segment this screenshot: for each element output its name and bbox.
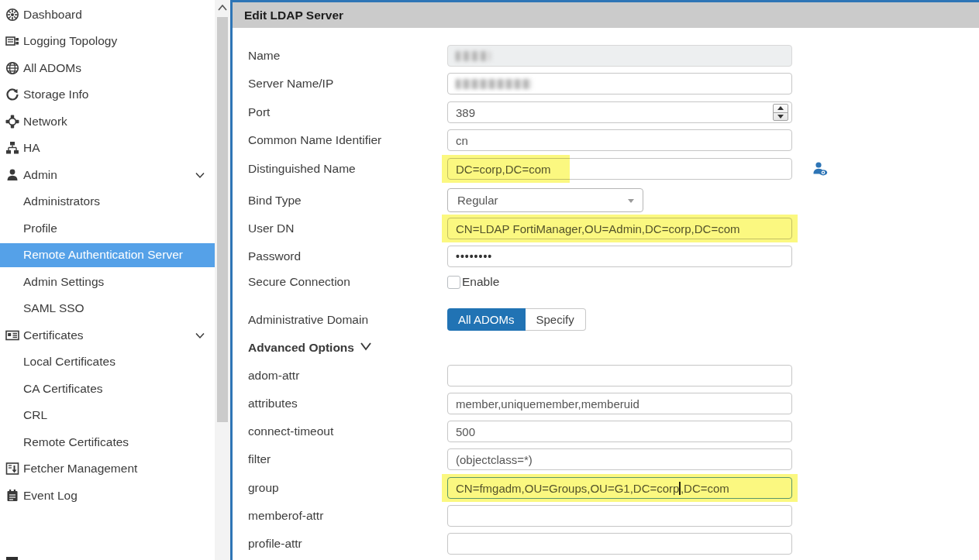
sidebar-item-dashboard[interactable]: Dashboard (0, 2, 215, 26)
logging-topology-icon (5, 34, 19, 48)
form-row-attributes: attributes member,uniquemember,memberuid (248, 393, 792, 414)
scrollbar-thumb[interactable] (217, 17, 228, 422)
sidebar-item-label: Profile (23, 222, 57, 235)
partially-visible-sidebar-item (6, 557, 18, 560)
redacted-value (456, 79, 532, 89)
sidebar-item-event-log[interactable]: Event Log (0, 483, 215, 507)
user-lookup-icon[interactable] (812, 160, 829, 177)
input-value: CN=LDAP FortiManager,OU=Admin,DC=corp,DC… (456, 222, 740, 235)
form-row-administrative-domain: Administrative DomainAll ADOMsSpecify (248, 308, 586, 331)
sidebar-item-admin[interactable]: Admin (0, 163, 215, 187)
sidebar-item-ca-certificates[interactable]: CA Certificates (0, 376, 215, 400)
sidebar-item-local-certificates[interactable]: Local Certificates (0, 350, 215, 374)
sidebar-item-label: CRL (23, 408, 47, 422)
password-input[interactable]: •••••••• (447, 246, 792, 267)
distinguished-name-input[interactable]: DC=corp,DC=com (447, 158, 792, 180)
sidebar-item-network[interactable]: Network (0, 109, 215, 133)
sidebar-item-label: All ADOMs (23, 61, 81, 75)
field-label: User DN (248, 222, 447, 235)
sidebar-item-saml-sso[interactable]: SAML SSO (0, 297, 215, 321)
adom-attr-input[interactable] (447, 365, 792, 387)
admin-user-icon (5, 168, 19, 182)
field-label: attributes (248, 397, 447, 411)
sidebar-item-label: Event Log (23, 489, 78, 503)
sidebar-item-storage-info[interactable]: Storage Info (0, 83, 215, 107)
sidebar-item-label: Admin Settings (23, 275, 104, 289)
sidebar-item-admin-settings[interactable]: Admin Settings (0, 270, 215, 294)
common-name-identifier-input[interactable]: cn (447, 129, 792, 151)
sidebar-item-certificates[interactable]: Certificates (0, 323, 215, 347)
input-value: 500 (456, 425, 475, 438)
profile-attr-input[interactable] (447, 533, 792, 555)
form-row-filter: filter (objectclass=*) (248, 448, 792, 470)
select-value: Regular (457, 194, 498, 207)
sidebar-item-label: Certificates (23, 328, 84, 342)
secure-connection-checkbox[interactable] (447, 276, 460, 289)
sidebar-item-logging-topology[interactable]: Logging Topology (0, 29, 215, 53)
filter-input[interactable]: (objectclass=*) (447, 448, 792, 470)
field-label: adom-attr (248, 369, 447, 383)
server-name-ip-input[interactable] (447, 73, 792, 94)
checkbox-label: Enable (462, 275, 499, 289)
field-label: Port (248, 105, 447, 119)
advanced-options-toggle[interactable]: Advanced Options (248, 341, 372, 355)
input-value: DC=corp,DC=com (456, 163, 551, 176)
user-dn-input[interactable]: CN=LDAP FortiManager,OU=Admin,DC=corp,DC… (447, 218, 792, 239)
chevron-down-icon[interactable] (195, 170, 205, 180)
form-row-connect-timeout: connect-timeout 500 (248, 421, 792, 442)
spinner-down-icon[interactable] (774, 113, 788, 121)
sidebar-item-all-adoms[interactable]: All ADOMs (0, 56, 215, 80)
field-label: Distinguished Name (248, 162, 447, 176)
field-label: connect-timeout (248, 424, 447, 438)
sidebar-item-profile[interactable]: Profile (0, 216, 215, 240)
section-chevron-down-icon (354, 341, 372, 355)
certificates-icon (5, 328, 19, 342)
sidebar-item-label: SAML SSO (23, 301, 84, 315)
form-row-port: Port 389 (248, 101, 792, 123)
connect-timeout-input[interactable]: 500 (447, 421, 792, 442)
ldap-server-form: Name Server Name/IP Port 389Common Name … (233, 28, 979, 560)
form-row-password: Password •••••••• (248, 246, 792, 267)
segmented-option-specify[interactable]: Specify (526, 308, 586, 331)
redacted-value (456, 51, 491, 61)
form-row-common-name-identifier: Common Name Identifier cn (248, 129, 792, 151)
field-label: profile-attr (248, 537, 447, 551)
form-row-adom-attr: adom-attr (248, 365, 792, 387)
sidebar-item-remote-certificates[interactable]: Remote Certificates (0, 430, 215, 454)
name-input[interactable] (447, 45, 792, 67)
group-input[interactable]: CN=fmgadm,OU=Groups,OU=G1,DC=corp,DC=com (447, 477, 792, 499)
field-label: memberof-attr (248, 509, 447, 523)
scrollbar-up-arrow-icon[interactable] (216, 2, 229, 14)
sidebar-item-fetcher-management[interactable]: Fetcher Management (0, 457, 215, 481)
field-label: group (248, 481, 447, 495)
form-row-secure-connection: Secure Connection Enable (248, 275, 499, 289)
globe-icon (5, 61, 19, 75)
form-row-server-name-ip: Server Name/IP (248, 73, 792, 94)
sidebar-item-label: Network (23, 115, 67, 129)
sidebar-item-crl[interactable]: CRL (0, 404, 215, 428)
sidebar-item-ha[interactable]: HA (0, 136, 215, 160)
ha-cluster-icon (5, 141, 19, 155)
sidebar-item-label: Logging Topology (23, 34, 117, 48)
memberof-attr-input[interactable] (447, 505, 792, 527)
attributes-input[interactable]: member,uniquemember,memberuid (447, 393, 792, 414)
sidebar-item-remote-authentication-server[interactable]: Remote Authentication Server (0, 243, 215, 267)
chevron-down-icon[interactable] (195, 330, 205, 341)
field-label: Name (248, 49, 447, 63)
segmented-option-all-adoms[interactable]: All ADOMs (447, 308, 526, 331)
bind-type-select[interactable]: Regular (447, 188, 643, 212)
panel-header: Edit LDAP Server (233, 2, 979, 28)
network-icon (5, 115, 19, 129)
administrative-domain-segmented: All ADOMsSpecify (447, 308, 586, 331)
port-input[interactable]: 389 (447, 101, 792, 123)
sidebar-item-label: Fetcher Management (23, 462, 137, 476)
sidebar-scrollbar[interactable] (215, 0, 230, 560)
sidebar-item-label: Dashboard (23, 8, 82, 22)
field-label: Password (248, 249, 447, 263)
sidebar-item-label: CA Certificates (23, 382, 103, 396)
field-label: filter (248, 452, 447, 466)
form-row-bind-type: Bind Type Regular (248, 188, 643, 212)
sidebar-item-administrators[interactable]: Administrators (0, 190, 215, 214)
field-label: Common Name Identifier (248, 133, 447, 147)
spinner-up-icon[interactable] (774, 105, 788, 113)
